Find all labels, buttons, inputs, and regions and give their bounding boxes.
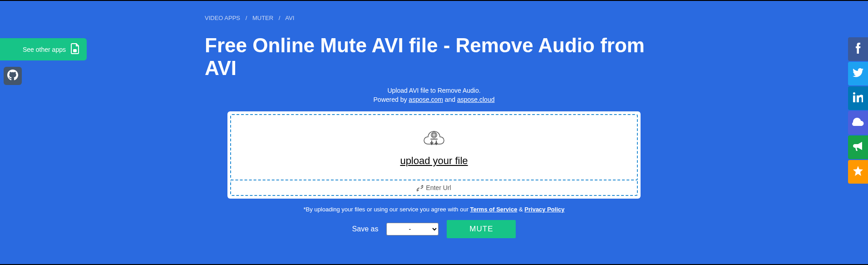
facebook-icon (855, 43, 861, 55)
see-other-apps-label: See other apps (23, 46, 66, 53)
breadcrumb-muter[interactable]: MUTER (252, 15, 273, 21)
saveas-label: Save as (352, 225, 379, 233)
social-sidebar (848, 37, 868, 185)
linkedin-icon (853, 92, 863, 104)
agree-text: *By uploading your files or using our se… (205, 206, 663, 213)
cloud-button[interactable] (848, 111, 868, 135)
promo-button[interactable] (848, 135, 868, 159)
linkedin-button[interactable] (848, 86, 868, 110)
star-button[interactable] (848, 160, 868, 184)
svg-point-1 (431, 132, 437, 138)
mute-button[interactable]: MUTE (447, 220, 516, 238)
breadcrumb-avi[interactable]: AVI (285, 15, 294, 21)
cloud-icon (852, 118, 864, 128)
breadcrumb-sep: / (279, 15, 281, 21)
aspose-com-link[interactable]: aspose.com (409, 96, 443, 103)
twitter-button[interactable] (848, 62, 868, 85)
github-icon (7, 70, 18, 82)
tos-link[interactable]: Terms of Service (470, 206, 518, 213)
svg-rect-3 (430, 139, 438, 140)
document-icon (70, 43, 80, 56)
see-other-apps-button[interactable]: See other apps (0, 38, 87, 60)
file-drop-area[interactable]: upload your file (230, 114, 638, 180)
upload-cloud-icon (423, 128, 445, 150)
facebook-button[interactable] (848, 37, 868, 61)
twitter-icon (853, 68, 863, 79)
saveas-select[interactable]: - (386, 223, 439, 235)
page-title: Free Online Mute AVI file - Remove Audio… (205, 34, 663, 80)
svg-rect-0 (74, 50, 76, 52)
breadcrumb: VIDEO APPS / MUTER / AVI (205, 15, 663, 21)
enter-url-button[interactable]: Enter Url (230, 180, 638, 196)
link-icon (417, 184, 426, 191)
subtitle: Upload AVI file to Remove Audio. (205, 87, 663, 94)
enter-url-label: Enter Url (426, 184, 451, 191)
github-button[interactable] (4, 67, 22, 85)
bullhorn-icon (853, 142, 863, 153)
upload-file-link[interactable]: upload your file (400, 155, 468, 167)
action-row: Save as - MUTE (205, 220, 663, 238)
upload-box: upload your file Enter Url (227, 111, 641, 199)
breadcrumb-sep: / (246, 15, 247, 21)
breadcrumb-videoapps[interactable]: VIDEO APPS (205, 15, 240, 21)
powered-by: Powered by aspose.com and aspose.cloud (205, 96, 663, 103)
star-icon (853, 166, 863, 178)
privacy-link[interactable]: Privacy Policy (524, 206, 564, 213)
svg-point-2 (433, 134, 435, 136)
aspose-cloud-link[interactable]: aspose.cloud (457, 96, 495, 103)
